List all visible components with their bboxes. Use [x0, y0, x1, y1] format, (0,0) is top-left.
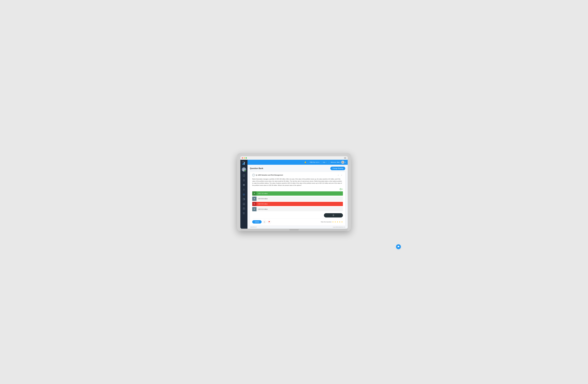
svg-rect-1: [243, 163, 244, 165]
sidebar-item-notebook[interactable]: [242, 197, 246, 201]
sidebar-item-graduation[interactable]: [242, 193, 246, 196]
rate-label: Rate this Question: [321, 221, 332, 223]
option-a-text: USD 7.62 million: [256, 193, 343, 194]
option-c-text: USD 8.59 million: [256, 203, 343, 205]
sidebar: [240, 160, 248, 229]
timer-area: ⏱ 6: [252, 188, 343, 190]
close-dot[interactable]: [242, 157, 243, 158]
main-area: 🔔 | FRM Part I & II ▾ | Cart 🛒 | Welcome…: [248, 160, 348, 229]
svg-point-3: [243, 169, 245, 170]
trash-btn-area: [252, 213, 343, 218]
svg-rect-2: [244, 162, 245, 165]
frm-selector[interactable]: FRM Part I & II ▾: [310, 161, 319, 163]
cart-button[interactable]: Cart 🛒: [323, 161, 327, 163]
hamburger-menu[interactable]: [344, 157, 346, 159]
user-avatar[interactable]: [242, 167, 246, 172]
delete-button[interactable]: [324, 213, 343, 218]
svg-point-20: [342, 161, 343, 162]
question-nav: ‹ ›: [337, 174, 343, 176]
main-content: Question Bank Change Reading ? Q. 1209 V…: [248, 165, 348, 226]
support-email: support@analystprep.com: [333, 226, 345, 228]
sidebar-item-library[interactable]: [242, 202, 246, 206]
page-title: Question Bank: [250, 167, 263, 169]
next-question-arrow[interactable]: ›: [340, 174, 343, 176]
window-chrome: [240, 156, 348, 160]
option-b-text: USD 8.09 million: [256, 198, 343, 200]
option-b[interactable]: B USD 8.09 million: [252, 197, 343, 201]
prev-question-arrow[interactable]: ‹: [337, 174, 339, 176]
change-reading-button[interactable]: Change Reading: [330, 167, 345, 170]
option-d-text: USD 9.15 million: [256, 208, 343, 210]
options-area: A USD 7.62 million B USD 8.09 million C: [252, 191, 343, 211]
rate-area: Rate this Question ★ ★ ★ ★ ★: [321, 221, 343, 223]
user-welcome: Welcome, Matt.V ▾: [331, 161, 346, 164]
notification-bell[interactable]: 🔔: [304, 161, 306, 163]
maximize-dot[interactable]: [246, 157, 247, 158]
top-nav: 🔔 | FRM Part I & II ▾ | Cart 🛒 | Welcome…: [248, 160, 348, 165]
minimize-dot[interactable]: [244, 157, 245, 158]
validate-button[interactable]: Validate: [252, 220, 262, 224]
page-footer: AnalystPrep © support@analystprep.com: [248, 226, 348, 229]
option-c-letter: C: [252, 202, 256, 206]
question-id: Q. 1209 Valuation and Risk Management: [256, 174, 283, 176]
question-icon: ?: [252, 174, 255, 176]
option-c[interactable]: C USD 8.59 million: [252, 202, 343, 206]
option-d-letter: D: [252, 207, 256, 211]
option-a-letter: A: [252, 191, 256, 196]
sidebar-item-science[interactable]: [242, 183, 246, 187]
sidebar-item-trophy[interactable]: [242, 212, 246, 215]
footer-actions: Validate: [252, 218, 343, 224]
svg-point-8: [244, 185, 244, 185]
svg-rect-0: [242, 163, 243, 165]
traffic-lights: [242, 157, 247, 158]
question-header: ? Q. 1209 Valuation and Risk Management …: [252, 174, 343, 176]
copyright-text: AnalystPrep ©: [250, 226, 257, 228]
nav-avatar[interactable]: [341, 161, 344, 164]
app-logo: [242, 161, 246, 165]
sidebar-item-clipboard[interactable]: [242, 207, 246, 211]
option-b-letter: B: [252, 197, 256, 201]
timer-icon: ⏱: [340, 188, 342, 190]
sidebar-item-brain[interactable]: [242, 178, 246, 182]
sidebar-item-lightbulb[interactable]: [242, 188, 246, 192]
chat-button[interactable]: [396, 244, 401, 249]
star-rating[interactable]: ★ ★ ★ ★ ★: [332, 221, 343, 223]
question-body: Rahim Associates manages a portfolio of …: [252, 178, 343, 186]
content-header: Question Bank Change Reading: [250, 167, 345, 170]
option-a[interactable]: A USD 7.62 million: [252, 191, 343, 196]
sidebar-item-book[interactable]: [242, 174, 246, 177]
question-card: ? Q. 1209 Valuation and Risk Management …: [250, 172, 345, 226]
option-d[interactable]: D USD 9.15 million: [252, 207, 343, 211]
bookmark-button[interactable]: [263, 220, 266, 224]
flag-button[interactable]: [267, 220, 271, 224]
timer-value: 6: [342, 188, 343, 190]
